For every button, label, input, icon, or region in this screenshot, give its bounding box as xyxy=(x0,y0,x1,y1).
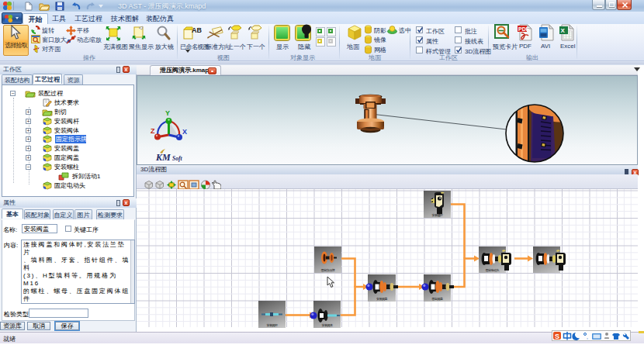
svg-text:AB: AB xyxy=(192,26,202,34)
svg-text:KM: KM xyxy=(155,152,171,163)
svg-text:Y: Y xyxy=(165,109,170,117)
svg-text:Z: Z xyxy=(151,127,155,135)
svg-text:,: , xyxy=(587,334,588,340)
svg-text:S: S xyxy=(555,333,559,340)
svg-text:PDF: PDF xyxy=(518,26,530,32)
svg-text:X: X xyxy=(561,27,566,34)
svg-text:Soft: Soft xyxy=(172,155,182,162)
svg-text:X: X xyxy=(182,128,187,136)
